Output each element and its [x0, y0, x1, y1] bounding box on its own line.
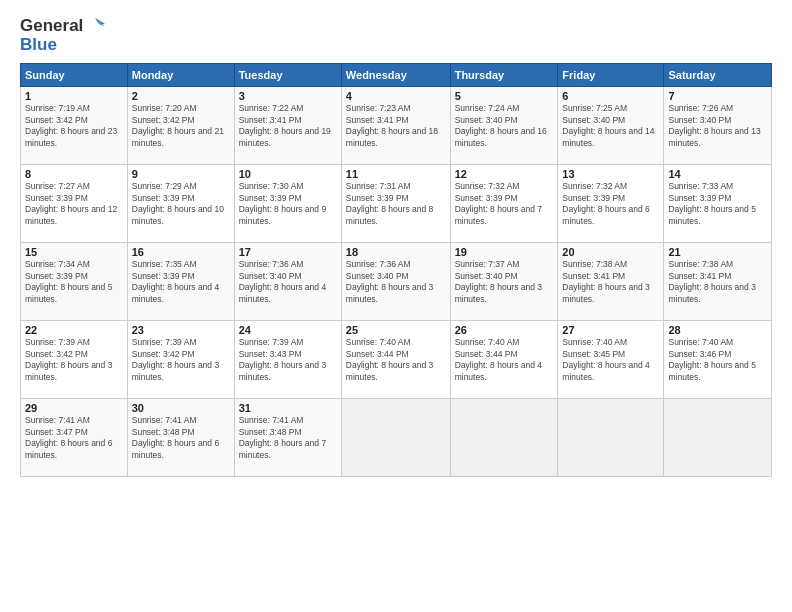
day-number: 24: [239, 324, 337, 336]
day-info: Sunrise: 7:38 AM Sunset: 3:41 PM Dayligh…: [668, 259, 767, 307]
day-number: 1: [25, 90, 123, 102]
sunset-label: Sunset: 3:40 PM: [239, 271, 302, 281]
sunrise-label: Sunrise: 7:29 AM: [132, 181, 197, 191]
sunset-label: Sunset: 3:44 PM: [346, 349, 409, 359]
day-number: 17: [239, 246, 337, 258]
calendar-day-cell: 17 Sunrise: 7:36 AM Sunset: 3:40 PM Dayl…: [234, 242, 341, 320]
day-info: Sunrise: 7:27 AM Sunset: 3:39 PM Dayligh…: [25, 181, 123, 229]
calendar-day-cell: 13 Sunrise: 7:32 AM Sunset: 3:39 PM Dayl…: [558, 164, 664, 242]
sunset-label: Sunset: 3:40 PM: [346, 271, 409, 281]
day-info: Sunrise: 7:41 AM Sunset: 3:48 PM Dayligh…: [132, 415, 230, 463]
day-number: 12: [455, 168, 554, 180]
calendar-day-cell: 2 Sunrise: 7:20 AM Sunset: 3:42 PM Dayli…: [127, 86, 234, 164]
weekday-header: Thursday: [450, 63, 558, 86]
weekday-header: Sunday: [21, 63, 128, 86]
calendar-day-cell: 11 Sunrise: 7:31 AM Sunset: 3:39 PM Dayl…: [341, 164, 450, 242]
sunrise-label: Sunrise: 7:27 AM: [25, 181, 90, 191]
calendar-day-cell: 23 Sunrise: 7:39 AM Sunset: 3:42 PM Dayl…: [127, 320, 234, 398]
daylight-label: Daylight: 8 hours and 3 minutes.: [346, 360, 433, 382]
day-info: Sunrise: 7:36 AM Sunset: 3:40 PM Dayligh…: [346, 259, 446, 307]
weekday-header: Tuesday: [234, 63, 341, 86]
sunrise-label: Sunrise: 7:35 AM: [132, 259, 197, 269]
calendar-day-cell: 26 Sunrise: 7:40 AM Sunset: 3:44 PM Dayl…: [450, 320, 558, 398]
sunrise-label: Sunrise: 7:41 AM: [239, 415, 304, 425]
day-info: Sunrise: 7:35 AM Sunset: 3:39 PM Dayligh…: [132, 259, 230, 307]
logo: General Blue: [20, 16, 105, 55]
day-info: Sunrise: 7:33 AM Sunset: 3:39 PM Dayligh…: [668, 181, 767, 229]
sunrise-label: Sunrise: 7:32 AM: [455, 181, 520, 191]
calendar-day-cell: 14 Sunrise: 7:33 AM Sunset: 3:39 PM Dayl…: [664, 164, 772, 242]
day-number: 20: [562, 246, 659, 258]
sunrise-label: Sunrise: 7:36 AM: [346, 259, 411, 269]
daylight-label: Daylight: 8 hours and 4 minutes.: [239, 282, 326, 304]
calendar-header-row: SundayMondayTuesdayWednesdayThursdayFrid…: [21, 63, 772, 86]
sunset-label: Sunset: 3:39 PM: [25, 193, 88, 203]
calendar-day-cell: [558, 398, 664, 476]
daylight-label: Daylight: 8 hours and 8 minutes.: [346, 204, 433, 226]
calendar-day-cell: 28 Sunrise: 7:40 AM Sunset: 3:46 PM Dayl…: [664, 320, 772, 398]
sunrise-label: Sunrise: 7:39 AM: [132, 337, 197, 347]
calendar-day-cell: 16 Sunrise: 7:35 AM Sunset: 3:39 PM Dayl…: [127, 242, 234, 320]
calendar-day-cell: 5 Sunrise: 7:24 AM Sunset: 3:40 PM Dayli…: [450, 86, 558, 164]
day-number: 30: [132, 402, 230, 414]
sunset-label: Sunset: 3:40 PM: [455, 271, 518, 281]
day-info: Sunrise: 7:31 AM Sunset: 3:39 PM Dayligh…: [346, 181, 446, 229]
calendar-day-cell: 7 Sunrise: 7:26 AM Sunset: 3:40 PM Dayli…: [664, 86, 772, 164]
sunset-label: Sunset: 3:46 PM: [668, 349, 731, 359]
calendar-day-cell: 25 Sunrise: 7:40 AM Sunset: 3:44 PM Dayl…: [341, 320, 450, 398]
day-number: 18: [346, 246, 446, 258]
logo-container: General Blue: [20, 16, 105, 55]
sunset-label: Sunset: 3:39 PM: [25, 271, 88, 281]
sunrise-label: Sunrise: 7:31 AM: [346, 181, 411, 191]
sunrise-label: Sunrise: 7:41 AM: [132, 415, 197, 425]
sunrise-label: Sunrise: 7:40 AM: [346, 337, 411, 347]
day-number: 14: [668, 168, 767, 180]
day-info: Sunrise: 7:39 AM Sunset: 3:43 PM Dayligh…: [239, 337, 337, 385]
sunset-label: Sunset: 3:48 PM: [239, 427, 302, 437]
calendar-day-cell: 22 Sunrise: 7:39 AM Sunset: 3:42 PM Dayl…: [21, 320, 128, 398]
calendar-day-cell: 29 Sunrise: 7:41 AM Sunset: 3:47 PM Dayl…: [21, 398, 128, 476]
daylight-label: Daylight: 8 hours and 7 minutes.: [455, 204, 542, 226]
daylight-label: Daylight: 8 hours and 6 minutes.: [25, 438, 112, 460]
sunset-label: Sunset: 3:41 PM: [239, 115, 302, 125]
weekday-header: Friday: [558, 63, 664, 86]
day-number: 19: [455, 246, 554, 258]
sunrise-label: Sunrise: 7:39 AM: [239, 337, 304, 347]
day-number: 31: [239, 402, 337, 414]
daylight-label: Daylight: 8 hours and 4 minutes.: [455, 360, 542, 382]
day-info: Sunrise: 7:23 AM Sunset: 3:41 PM Dayligh…: [346, 103, 446, 151]
day-info: Sunrise: 7:39 AM Sunset: 3:42 PM Dayligh…: [132, 337, 230, 385]
calendar-day-cell: 6 Sunrise: 7:25 AM Sunset: 3:40 PM Dayli…: [558, 86, 664, 164]
calendar-week-row: 22 Sunrise: 7:39 AM Sunset: 3:42 PM Dayl…: [21, 320, 772, 398]
sunset-label: Sunset: 3:45 PM: [562, 349, 625, 359]
day-info: Sunrise: 7:19 AM Sunset: 3:42 PM Dayligh…: [25, 103, 123, 151]
sunrise-label: Sunrise: 7:25 AM: [562, 103, 627, 113]
daylight-label: Daylight: 8 hours and 13 minutes.: [668, 126, 760, 148]
day-info: Sunrise: 7:38 AM Sunset: 3:41 PM Dayligh…: [562, 259, 659, 307]
day-info: Sunrise: 7:37 AM Sunset: 3:40 PM Dayligh…: [455, 259, 554, 307]
calendar-day-cell: 31 Sunrise: 7:41 AM Sunset: 3:48 PM Dayl…: [234, 398, 341, 476]
sunset-label: Sunset: 3:40 PM: [668, 115, 731, 125]
day-number: 6: [562, 90, 659, 102]
daylight-label: Daylight: 8 hours and 3 minutes.: [668, 282, 755, 304]
day-info: Sunrise: 7:24 AM Sunset: 3:40 PM Dayligh…: [455, 103, 554, 151]
sunrise-label: Sunrise: 7:34 AM: [25, 259, 90, 269]
logo-general: General: [20, 17, 83, 36]
calendar-day-cell: 18 Sunrise: 7:36 AM Sunset: 3:40 PM Dayl…: [341, 242, 450, 320]
day-number: 28: [668, 324, 767, 336]
daylight-label: Daylight: 8 hours and 6 minutes.: [562, 204, 649, 226]
sunset-label: Sunset: 3:39 PM: [132, 271, 195, 281]
calendar-day-cell: 12 Sunrise: 7:32 AM Sunset: 3:39 PM Dayl…: [450, 164, 558, 242]
sunset-label: Sunset: 3:39 PM: [239, 193, 302, 203]
sunset-label: Sunset: 3:41 PM: [668, 271, 731, 281]
daylight-label: Daylight: 8 hours and 16 minutes.: [455, 126, 547, 148]
sunset-label: Sunset: 3:39 PM: [562, 193, 625, 203]
sunrise-label: Sunrise: 7:40 AM: [668, 337, 733, 347]
sunrise-label: Sunrise: 7:40 AM: [455, 337, 520, 347]
calendar-week-row: 29 Sunrise: 7:41 AM Sunset: 3:47 PM Dayl…: [21, 398, 772, 476]
sunset-label: Sunset: 3:43 PM: [239, 349, 302, 359]
calendar-day-cell: 24 Sunrise: 7:39 AM Sunset: 3:43 PM Dayl…: [234, 320, 341, 398]
day-number: 5: [455, 90, 554, 102]
sunrise-label: Sunrise: 7:33 AM: [668, 181, 733, 191]
day-info: Sunrise: 7:39 AM Sunset: 3:42 PM Dayligh…: [25, 337, 123, 385]
